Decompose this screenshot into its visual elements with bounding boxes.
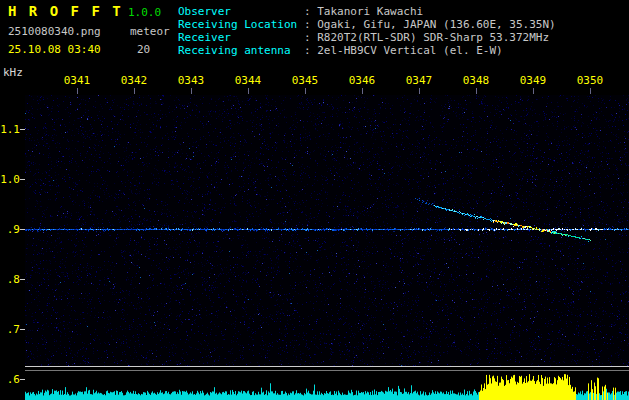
app-title: H R O F F T	[8, 3, 123, 19]
x-tick-label: 0350	[574, 74, 606, 87]
sample-count: 20	[137, 43, 150, 56]
y-tick-label: .9	[0, 223, 20, 236]
info-value: : Takanori Kawachi	[304, 5, 423, 18]
observation-info-row: Receiver: R820T2(RTL-SDR) SDR-Sharp 53.3…	[178, 31, 556, 44]
x-tick-mark	[305, 88, 306, 94]
separator-line	[25, 370, 629, 371]
x-tick-label: 0347	[403, 74, 435, 87]
y-tick-mark	[20, 129, 25, 130]
mode-label: meteor	[130, 25, 170, 38]
y-tick-mark	[20, 229, 25, 230]
x-tick-mark	[191, 88, 192, 94]
x-tick-mark	[419, 88, 420, 94]
info-label: Receiving antenna	[178, 44, 304, 57]
info-label: Receiver	[178, 31, 304, 44]
y-tick-label: 1.0	[0, 173, 20, 186]
info-value: : R820T2(RTL-SDR) SDR-Sharp 53.372MHz	[304, 31, 549, 44]
x-tick-label: 0342	[118, 74, 150, 87]
observation-datetime: 25.10.08 03:40	[8, 43, 101, 56]
x-tick-label: 0348	[460, 74, 492, 87]
observation-info-row: Receiving Location: Ogaki, Gifu, JAPAN (…	[178, 18, 556, 31]
output-filename: 2510080340.png	[8, 25, 101, 38]
x-tick-mark	[134, 88, 135, 94]
y-tick-mark	[20, 279, 25, 280]
y-tick-mark	[20, 379, 25, 380]
x-tick-mark	[362, 88, 363, 94]
y-tick-label: .8	[0, 273, 20, 286]
x-tick-label: 0343	[175, 74, 207, 87]
info-label: Receiving Location	[178, 18, 304, 31]
observation-info: Observer: Takanori KawachiReceiving Loca…	[178, 5, 556, 57]
y-tick-mark	[20, 179, 25, 180]
observation-info-row: Receiving antenna: 2el-HB9CV Vertical (e…	[178, 44, 556, 57]
info-value: : Ogaki, Gifu, JAPAN (136.60E, 35.35N)	[304, 18, 556, 31]
y-tick-label: .6	[0, 373, 20, 386]
hrofft-output-window: H R O F F T 1.0.0 2510080340.png meteor …	[0, 0, 629, 400]
separator-line	[25, 366, 629, 367]
info-label: Observer	[178, 5, 304, 18]
spectrogram-canvas	[25, 95, 629, 366]
y-tick-mark	[20, 329, 25, 330]
x-tick-mark	[533, 88, 534, 94]
x-tick-label: 0341	[61, 74, 93, 87]
observation-info-row: Observer: Takanori Kawachi	[178, 5, 556, 18]
y-tick-label: 1.1	[0, 123, 20, 136]
x-tick-mark	[590, 88, 591, 94]
x-tick-mark	[77, 88, 78, 94]
x-tick-label: 0346	[346, 74, 378, 87]
x-tick-label: 0345	[289, 74, 321, 87]
x-tick-label: 0344	[232, 74, 264, 87]
x-tick-mark	[248, 88, 249, 94]
x-tick-label: 0349	[517, 74, 549, 87]
app-version: 1.0.0	[128, 6, 161, 19]
y-axis-unit: kHz	[3, 66, 23, 79]
signal-level-canvas	[25, 373, 629, 400]
y-tick-label: .7	[0, 323, 20, 336]
x-tick-mark	[476, 88, 477, 94]
info-value: : 2el-HB9CV Vertical (el. E-W)	[304, 44, 503, 57]
